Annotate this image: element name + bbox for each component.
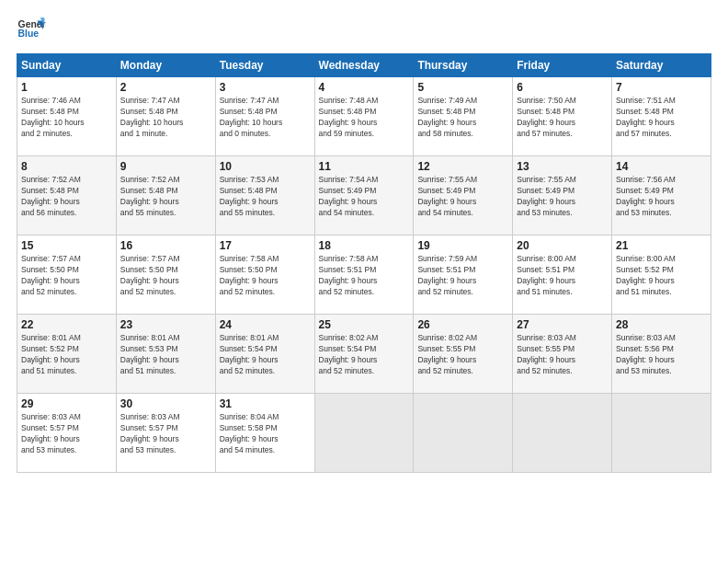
weekday-thursday: Thursday (414, 54, 513, 77)
day-number: 30 (120, 397, 211, 410)
weekday-saturday: Saturday (612, 54, 711, 77)
day-info: Sunrise: 7:59 AM Sunset: 5:51 PM Dayligh… (417, 254, 508, 298)
week-row-3: 15Sunrise: 7:57 AM Sunset: 5:50 PM Dayli… (17, 236, 711, 315)
day-info: Sunrise: 8:00 AM Sunset: 5:52 PM Dayligh… (616, 254, 707, 298)
day-number: 31 (220, 397, 311, 410)
day-cell: 9Sunrise: 7:52 AM Sunset: 5:48 PM Daylig… (116, 156, 215, 236)
week-row-4: 22Sunrise: 8:01 AM Sunset: 5:52 PM Dayli… (17, 315, 711, 394)
day-cell: 29Sunrise: 8:03 AM Sunset: 5:57 PM Dayli… (17, 394, 117, 473)
day-cell: 15Sunrise: 7:57 AM Sunset: 5:50 PM Dayli… (17, 236, 117, 315)
day-info: Sunrise: 7:47 AM Sunset: 5:48 PM Dayligh… (120, 96, 211, 140)
day-number: 12 (417, 160, 508, 173)
day-cell: 5Sunrise: 7:49 AM Sunset: 5:48 PM Daylig… (414, 77, 513, 156)
day-number: 22 (21, 318, 112, 331)
weekday-monday: Monday (116, 54, 215, 77)
day-number: 21 (616, 239, 707, 252)
day-cell: 14Sunrise: 7:56 AM Sunset: 5:49 PM Dayli… (612, 156, 711, 236)
day-cell: 30Sunrise: 8:03 AM Sunset: 5:57 PM Dayli… (116, 394, 215, 473)
page-header: General Blue (17, 15, 711, 44)
day-info: Sunrise: 7:55 AM Sunset: 5:49 PM Dayligh… (417, 175, 508, 219)
day-cell: 18Sunrise: 7:58 AM Sunset: 5:51 PM Dayli… (314, 236, 414, 315)
week-row-2: 8Sunrise: 7:52 AM Sunset: 5:48 PM Daylig… (17, 156, 711, 236)
day-cell (612, 394, 711, 473)
day-info: Sunrise: 8:01 AM Sunset: 5:54 PM Dayligh… (220, 333, 311, 377)
week-row-1: 1Sunrise: 7:46 AM Sunset: 5:48 PM Daylig… (17, 77, 711, 156)
day-cell: 13Sunrise: 7:55 AM Sunset: 5:49 PM Dayli… (513, 156, 612, 236)
day-cell: 23Sunrise: 8:01 AM Sunset: 5:53 PM Dayli… (116, 315, 215, 394)
day-info: Sunrise: 8:03 AM Sunset: 5:57 PM Dayligh… (21, 412, 112, 456)
day-info: Sunrise: 7:53 AM Sunset: 5:48 PM Dayligh… (220, 175, 311, 219)
weekday-header-row: SundayMondayTuesdayWednesdayThursdayFrid… (17, 54, 711, 77)
day-info: Sunrise: 7:50 AM Sunset: 5:48 PM Dayligh… (517, 96, 608, 140)
day-number: 6 (517, 81, 608, 94)
day-cell: 25Sunrise: 8:02 AM Sunset: 5:54 PM Dayli… (314, 315, 414, 394)
day-number: 24 (220, 318, 311, 331)
day-cell: 11Sunrise: 7:54 AM Sunset: 5:49 PM Dayli… (314, 156, 414, 236)
day-number: 13 (517, 160, 608, 173)
day-cell: 3Sunrise: 7:47 AM Sunset: 5:48 PM Daylig… (215, 77, 314, 156)
day-number: 18 (319, 239, 410, 252)
day-number: 28 (616, 318, 707, 331)
day-cell: 28Sunrise: 8:03 AM Sunset: 5:56 PM Dayli… (612, 315, 711, 394)
day-number: 16 (120, 239, 211, 252)
day-info: Sunrise: 8:01 AM Sunset: 5:52 PM Dayligh… (21, 333, 112, 377)
day-cell: 2Sunrise: 7:47 AM Sunset: 5:48 PM Daylig… (116, 77, 215, 156)
day-number: 3 (220, 81, 311, 94)
day-number: 14 (616, 160, 707, 173)
day-info: Sunrise: 8:00 AM Sunset: 5:51 PM Dayligh… (517, 254, 608, 298)
day-cell: 24Sunrise: 8:01 AM Sunset: 5:54 PM Dayli… (215, 315, 314, 394)
day-info: Sunrise: 8:01 AM Sunset: 5:53 PM Dayligh… (120, 333, 211, 377)
day-number: 7 (616, 81, 707, 94)
logo: General Blue (17, 15, 46, 44)
day-cell: 16Sunrise: 7:57 AM Sunset: 5:50 PM Dayli… (116, 236, 215, 315)
day-number: 27 (517, 318, 608, 331)
day-cell (414, 394, 513, 473)
day-cell: 19Sunrise: 7:59 AM Sunset: 5:51 PM Dayli… (414, 236, 513, 315)
weekday-tuesday: Tuesday (215, 54, 314, 77)
day-cell: 26Sunrise: 8:02 AM Sunset: 5:55 PM Dayli… (414, 315, 513, 394)
day-info: Sunrise: 7:54 AM Sunset: 5:49 PM Dayligh… (319, 175, 410, 219)
day-number: 17 (220, 239, 311, 252)
day-info: Sunrise: 7:51 AM Sunset: 5:48 PM Dayligh… (616, 96, 707, 140)
day-info: Sunrise: 7:58 AM Sunset: 5:51 PM Dayligh… (319, 254, 410, 298)
day-cell: 17Sunrise: 7:58 AM Sunset: 5:50 PM Dayli… (215, 236, 314, 315)
day-cell (513, 394, 612, 473)
day-number: 23 (120, 318, 211, 331)
day-cell: 6Sunrise: 7:50 AM Sunset: 5:48 PM Daylig… (513, 77, 612, 156)
day-number: 20 (517, 239, 608, 252)
day-info: Sunrise: 7:52 AM Sunset: 5:48 PM Dayligh… (21, 175, 112, 219)
day-info: Sunrise: 7:56 AM Sunset: 5:49 PM Dayligh… (616, 175, 707, 219)
day-number: 2 (120, 81, 211, 94)
day-number: 4 (319, 81, 410, 94)
day-number: 10 (220, 160, 311, 173)
day-cell (314, 394, 414, 473)
day-number: 1 (21, 81, 112, 94)
day-number: 26 (417, 318, 508, 331)
day-cell: 4Sunrise: 7:48 AM Sunset: 5:48 PM Daylig… (314, 77, 414, 156)
day-number: 19 (417, 239, 508, 252)
day-number: 29 (21, 397, 112, 410)
week-row-5: 29Sunrise: 8:03 AM Sunset: 5:57 PM Dayli… (17, 394, 711, 473)
day-info: Sunrise: 7:46 AM Sunset: 5:48 PM Dayligh… (21, 96, 112, 140)
day-cell: 22Sunrise: 8:01 AM Sunset: 5:52 PM Dayli… (17, 315, 117, 394)
day-cell: 1Sunrise: 7:46 AM Sunset: 5:48 PM Daylig… (17, 77, 117, 156)
day-info: Sunrise: 8:02 AM Sunset: 5:55 PM Dayligh… (417, 333, 508, 377)
day-info: Sunrise: 8:02 AM Sunset: 5:54 PM Dayligh… (319, 333, 410, 377)
day-cell: 8Sunrise: 7:52 AM Sunset: 5:48 PM Daylig… (17, 156, 117, 236)
day-number: 9 (120, 160, 211, 173)
day-number: 8 (21, 160, 112, 173)
day-cell: 27Sunrise: 8:03 AM Sunset: 5:55 PM Dayli… (513, 315, 612, 394)
logo-icon: General Blue (17, 15, 46, 44)
day-cell: 31Sunrise: 8:04 AM Sunset: 5:58 PM Dayli… (215, 394, 314, 473)
day-info: Sunrise: 7:49 AM Sunset: 5:48 PM Dayligh… (417, 96, 508, 140)
day-cell: 10Sunrise: 7:53 AM Sunset: 5:48 PM Dayli… (215, 156, 314, 236)
day-info: Sunrise: 7:47 AM Sunset: 5:48 PM Dayligh… (220, 96, 311, 140)
day-info: Sunrise: 8:04 AM Sunset: 5:58 PM Dayligh… (220, 412, 311, 456)
day-info: Sunrise: 8:03 AM Sunset: 5:55 PM Dayligh… (517, 333, 608, 377)
day-number: 5 (417, 81, 508, 94)
day-number: 15 (21, 239, 112, 252)
day-info: Sunrise: 8:03 AM Sunset: 5:56 PM Dayligh… (616, 333, 707, 377)
day-cell: 7Sunrise: 7:51 AM Sunset: 5:48 PM Daylig… (612, 77, 711, 156)
day-info: Sunrise: 7:58 AM Sunset: 5:50 PM Dayligh… (220, 254, 311, 298)
day-cell: 20Sunrise: 8:00 AM Sunset: 5:51 PM Dayli… (513, 236, 612, 315)
